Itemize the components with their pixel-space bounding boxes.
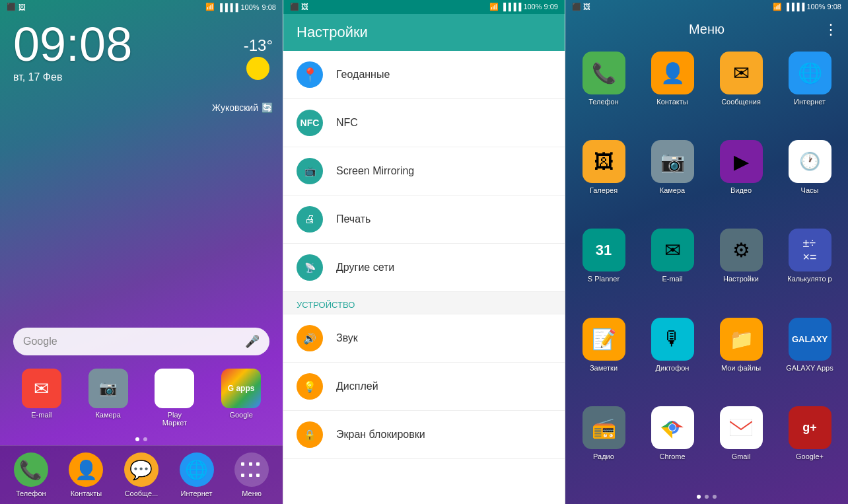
settings-lock-screen-item[interactable]: 🔒 Экран блокировки xyxy=(283,411,565,459)
splanner-grid-icon: 31 xyxy=(583,229,625,271)
internet-grid-label: Интернет xyxy=(794,98,826,106)
apps-dot-1 xyxy=(697,495,701,499)
list-item[interactable]: ✉ Сообщения xyxy=(709,48,773,131)
dock-messages[interactable]: 💬 Сообще... xyxy=(124,452,159,497)
list-item[interactable]: ✉ E-mail xyxy=(641,225,704,308)
calculator-grid-label: Калькулято р xyxy=(787,275,831,283)
home-date-display: вт, 17 Фев xyxy=(13,71,62,83)
mic-icon[interactable]: 🎤 xyxy=(245,334,260,349)
image-icon: 🖼 xyxy=(18,3,26,11)
list-item[interactable]: ▶ Видео xyxy=(709,137,773,220)
geodata-icon: 📍 xyxy=(297,61,323,88)
list-item[interactable]: 🕐 Часы xyxy=(778,137,841,220)
list-item[interactable]: ✉ E-mail xyxy=(10,369,73,427)
galaxy-apps-grid-icon: GALAXY xyxy=(789,318,831,361)
list-item[interactable]: ▶ PlayМаркет xyxy=(143,369,207,427)
list-item[interactable]: Gmail xyxy=(709,403,773,486)
sound-icon: 🔊 xyxy=(297,325,323,351)
dock-phone[interactable]: 📞 Телефон xyxy=(14,452,48,497)
list-item[interactable]: ⚙ Настройки xyxy=(709,225,773,308)
list-item[interactable]: 🖼 Галерея xyxy=(572,137,635,220)
phone-grid-icon: 📞 xyxy=(583,52,625,94)
home-time: 9:08 xyxy=(262,3,276,11)
list-item[interactable]: 👤 Контакты xyxy=(641,48,704,131)
list-item[interactable]: 🎙 Диктофон xyxy=(641,314,704,398)
print-label: Печать xyxy=(336,213,371,225)
dock-menu[interactable]: Меню xyxy=(234,452,269,497)
location-text: Жуковский xyxy=(212,102,258,113)
screenshot-icon: ⬛ xyxy=(7,3,16,11)
list-item[interactable]: 📞 Телефон xyxy=(572,48,635,131)
chrome-grid-icon xyxy=(651,406,694,449)
settings-status-left: ⬛ 🖼 xyxy=(290,3,308,11)
email2-grid-icon: ✉ xyxy=(651,229,694,271)
lock-screen-icon: 🔒 xyxy=(297,421,323,448)
messages-label: Сообще... xyxy=(125,489,159,497)
home-clock-display: 09:08 xyxy=(13,20,132,68)
apps-dot-3 xyxy=(713,495,717,499)
settings-display-item[interactable]: 💡 Дисплей xyxy=(283,363,565,411)
other-networks-label: Другие сети xyxy=(336,262,394,273)
list-item[interactable]: ±÷×= Калькулято р xyxy=(778,225,841,308)
radio-grid-icon: 📻 xyxy=(583,406,625,449)
list-item[interactable]: GALAXY GALAXY Apps xyxy=(778,314,841,398)
list-item[interactable]: g+ Google+ xyxy=(778,403,841,486)
list-item[interactable]: 📻 Радио xyxy=(572,403,635,486)
battery-text: 100% xyxy=(240,3,259,11)
phone-icon: 📞 xyxy=(14,452,48,487)
myfiles-grid-label: Мои файлы xyxy=(721,364,761,373)
home-time-area: 09:08 вт, 17 Фев xyxy=(0,14,283,321)
nfc-icon: NFC xyxy=(297,110,323,136)
settings-geodata-item[interactable]: 📍 Геоданные xyxy=(283,51,565,99)
list-item[interactable]: 🌐 Интернет xyxy=(778,48,841,131)
list-item[interactable]: 📷 Камера xyxy=(641,137,704,220)
weather-temp: -13° xyxy=(244,36,273,55)
apps-overflow-menu-icon[interactable]: ⋮ xyxy=(824,21,838,38)
dock-internet[interactable]: 🌐 Интернет xyxy=(180,452,214,497)
list-item[interactable]: Chrome xyxy=(641,403,704,486)
list-item[interactable]: 31 S Planner xyxy=(572,225,635,308)
video-grid-icon: ▶ xyxy=(720,140,763,183)
home-status-left-icons: ⬛ 🖼 xyxy=(7,3,26,11)
apps-drawer-title: Меню xyxy=(689,22,724,37)
internet-icon: 🌐 xyxy=(180,452,214,487)
calculator-grid-icon: ±÷×= xyxy=(789,229,831,271)
list-item[interactable]: 📁 Мои файлы xyxy=(709,314,773,398)
gmail-grid-label: Gmail xyxy=(732,452,751,461)
apps-page-dots xyxy=(565,489,848,504)
contacts-label: Контакты xyxy=(71,489,102,497)
apps-status-bar: ⬛ 🖼 📶 ▐▐▐▐ 100% 9:08 xyxy=(565,0,848,14)
email-app-label: E-mail xyxy=(31,411,52,419)
google-search-bar[interactable]: Google 🎤 xyxy=(13,328,269,355)
svg-point-3 xyxy=(669,424,676,431)
nfc-label: NFC xyxy=(336,117,358,129)
settings-print-item[interactable]: 🖨 Печать xyxy=(283,196,565,244)
list-item[interactable]: 📷 Камера xyxy=(77,369,140,427)
camera-grid-icon: 📷 xyxy=(651,140,694,183)
settings-status-bar: ⬛ 🖼 📶 ▐▐▐▐ 100% 9:09 xyxy=(283,0,565,14)
settings-sound-item[interactable]: 🔊 Звук xyxy=(283,314,565,363)
sound-label: Звук xyxy=(336,332,358,344)
dot-1 xyxy=(135,437,139,441)
dock-contacts[interactable]: 👤 Контакты xyxy=(69,452,103,497)
refresh-icon: 🔄 xyxy=(262,102,273,113)
apps-screenshot-icon: ⬛ 🖼 xyxy=(572,3,590,11)
settings-screen-mirroring-item[interactable]: 📺 Screen Mirroring xyxy=(283,147,565,196)
settings-title: Настройки xyxy=(297,24,551,41)
list-item[interactable]: G apps Google xyxy=(209,369,273,427)
weather-location: Жуковский 🔄 xyxy=(212,102,273,113)
notes-grid-label: Заметки xyxy=(590,364,618,373)
camera-grid-label: Камера xyxy=(660,186,685,195)
lock-screen-label: Экран блокировки xyxy=(336,429,425,441)
apps-wifi-icon: 📶 ▐▐▐▐ xyxy=(773,3,806,11)
print-icon: 🖨 xyxy=(297,206,323,233)
search-placeholder: Google xyxy=(23,336,57,347)
settings-other-networks-item[interactable]: 📡 Другие сети xyxy=(283,244,565,292)
list-item[interactable]: 📝 Заметки xyxy=(572,314,635,398)
phone-label: Телефон xyxy=(16,489,46,497)
video-grid-label: Видео xyxy=(730,186,752,195)
gallery-grid-icon: 🖼 xyxy=(583,140,625,183)
home-bottom-dock: 📞 Телефон 👤 Контакты 💬 Сообще... 🌐 Интер… xyxy=(0,445,283,504)
settings-nfc-item[interactable]: NFC NFC xyxy=(283,99,565,147)
svg-rect-4 xyxy=(730,419,752,436)
